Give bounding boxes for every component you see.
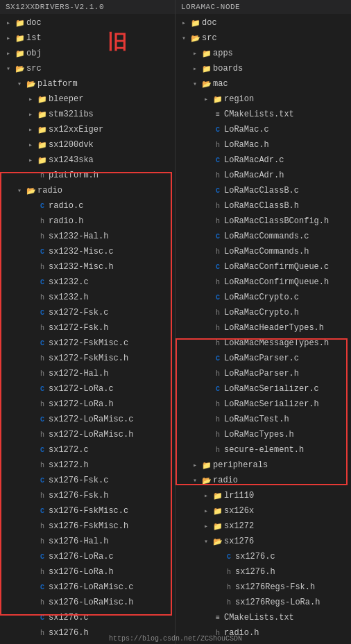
tree-item-r_loramacserializer_h[interactable]: h LoRaMacSerializer.h (176, 397, 351, 412)
item-label: sx1272 (224, 521, 348, 531)
tree-item-sx1243ska[interactable]: 📁 sx1243ska (0, 153, 175, 168)
tree-item-r_loramac_c[interactable]: C LoRaMac.c (176, 122, 351, 137)
tree-item-r_sx1276_h[interactable]: h sx1276.h (176, 564, 351, 580)
tree-item-r_loramacclassb_h[interactable]: h LoRaMacClassB.h (176, 198, 351, 214)
tree-item-doc[interactable]: 📁 doc (0, 15, 175, 31)
tree-item-r_apps[interactable]: 📁 apps (176, 46, 351, 61)
item-label: sx1272-Hal.h (49, 369, 172, 378)
tree-item-radio[interactable]: 📂 radio (0, 183, 175, 198)
tree-item-stm32libs[interactable]: 📁 stm32libs (0, 107, 175, 122)
tree-item-r_loramacadr_h[interactable]: h LoRaMacAdr.h (176, 168, 351, 183)
tree-item-sx1276fsk_c[interactable]: C sx1276-Fsk.c (0, 473, 175, 488)
tree-item-sx1276loramisc_h[interactable]: h sx1276-LoRaMisc.h (0, 595, 175, 610)
tree-item-r_sx126x[interactable]: 📁 sx126x (176, 503, 351, 519)
h-file-icon: h (212, 202, 224, 210)
item-label: stm32libs (49, 110, 172, 119)
chevron-icon (3, 49, 14, 58)
tree-item-sx1276fskmisc_c[interactable]: C sx1276-FskMisc.c (0, 503, 175, 519)
chevron-icon (200, 95, 212, 103)
tree-item-r_sx1276[interactable]: 📂 sx1276 (176, 534, 351, 549)
tree-item-obj[interactable]: 📁 obj (0, 46, 175, 61)
tree-item-sx1276lora_c[interactable]: C sx1276-LoRa.c (0, 549, 175, 564)
tree-item-sx1272_c[interactable]: C sx1272.c (0, 442, 175, 458)
tree-item-sx1272fskmisc_c[interactable]: C sx1272-FskMisc.c (0, 336, 175, 351)
h-file-icon: h (36, 294, 49, 302)
c-file-icon: C (36, 553, 49, 561)
tree-item-r_loramactest_h[interactable]: h LoRaMacTest.h (176, 412, 351, 427)
folder-blue-icon: 📂 (25, 80, 37, 89)
tree-item-r_loramaccommands_c[interactable]: C LoRaMacCommands.c (176, 229, 351, 244)
tree-item-bleeper[interactable]: 📁 bleeper (0, 92, 175, 107)
tree-item-lst[interactable]: 📁 lst (0, 31, 175, 46)
tree-item-sx1232hal_h[interactable]: h sx1232-Hal.h (0, 229, 175, 244)
tree-item-r_loramacparser_h[interactable]: h LoRaMacParser.h (176, 366, 351, 381)
tree-item-r_loramaccrypto_c[interactable]: C LoRaMacCrypto.c (176, 290, 351, 305)
h-file-icon: h (223, 599, 235, 607)
tree-item-r_doc[interactable]: 📁 doc (176, 15, 351, 31)
tree-item-sx1272fsk_c[interactable]: C sx1272-Fsk.c (0, 305, 175, 320)
item-label: LoRaMacSerializer.c (224, 384, 348, 394)
tree-item-sx1232misc_h[interactable]: h sx1232-Misc.h (0, 259, 175, 275)
tree-item-r_mac[interactable]: 📂 mac (176, 76, 351, 92)
item-label: sx1276Regs-Fsk.h (235, 582, 348, 592)
tree-item-sx1272fsk_h[interactable]: h sx1272-Fsk.h (0, 320, 175, 336)
tree-item-sx1276_c[interactable]: C sx1276.c (0, 610, 175, 625)
tree-item-sx12xxEiger[interactable]: 📁 sx12xxEiger (0, 122, 175, 137)
item-label: LoRaMacClassB.c (224, 186, 348, 195)
folder-icon: 📁 (36, 95, 49, 104)
tree-item-sx1232_c[interactable]: C sx1232.c (0, 275, 175, 290)
tree-item-sx1272hal_h[interactable]: h sx1272-Hal.h (0, 366, 175, 381)
tree-item-sx1272fskmisc_h[interactable]: h sx1272-FskMisc.h (0, 351, 175, 366)
tree-item-r_loramacclassb_c[interactable]: C LoRaMacClassB.c (176, 183, 351, 198)
tree-item-r_sx1276regs_lora_h[interactable]: h sx1276Regs-LoRa.h (176, 595, 351, 610)
tree-item-r_sx1276_c[interactable]: C sx1276.c (176, 549, 351, 564)
tree-item-sx1272loramisc_c[interactable]: C sx1272-LoRaMisc.c (0, 412, 175, 427)
tree-item-r_lr1110[interactable]: 📁 lr1110 (176, 488, 351, 503)
tree-item-sx1272lora_c[interactable]: C sx1272-LoRa.c (0, 381, 175, 397)
tree-item-r_loramacadr_c[interactable]: C LoRaMacAdr.c (176, 153, 351, 168)
tree-item-radio_c[interactable]: C radio.c (0, 198, 175, 214)
chevron-icon (189, 49, 200, 58)
item-label: boards (213, 64, 348, 73)
tree-item-sx1276loramisc_c[interactable]: C sx1276-LoRaMisc.c (0, 580, 175, 595)
tree-item-r_loramacserializer_c[interactable]: C LoRaMacSerializer.c (176, 381, 351, 397)
tree-item-src[interactable]: 📂 src (0, 61, 175, 76)
chevron-icon (25, 95, 36, 103)
tree-item-r_loramacparser_c[interactable]: C LoRaMacParser.c (176, 351, 351, 366)
tree-item-r_loramaccommands_h[interactable]: h LoRaMacCommands.h (176, 244, 351, 259)
tree-item-r_loramac_h[interactable]: h LoRaMac.h (176, 137, 351, 153)
tree-item-r_cmakelists[interactable]: ≡ CMakeLists.txt (176, 107, 351, 122)
tree-item-sx1232misc_c[interactable]: C sx1232-Misc.c (0, 244, 175, 259)
tree-item-r_loramacclassbconfig_h[interactable]: h LoRaMacClassBConfig.h (176, 214, 351, 229)
tree-item-platform[interactable]: 📂 platform (0, 76, 175, 92)
c-file-icon: C (212, 187, 224, 195)
tree-item-r_sx1276regs_fsk_h[interactable]: h sx1276Regs-Fsk.h (176, 580, 351, 595)
tree-item-sx1272lora_h[interactable]: h sx1272-LoRa.h (0, 397, 175, 412)
tree-item-sx1276fsk_h[interactable]: h sx1276-Fsk.h (0, 488, 175, 503)
tree-item-sx1272loramisc_h[interactable]: h sx1272-LoRaMisc.h (0, 427, 175, 442)
tree-item-r_loramacconfirmqueue_h[interactable]: h LoRaMacConfirmQueue.h (176, 275, 351, 290)
tree-item-r_region[interactable]: 📁 region (176, 92, 351, 107)
tree-item-sx1276fskmisc_h[interactable]: h sx1276-FskMisc.h (0, 519, 175, 534)
tree-item-r_src[interactable]: 📂 src (176, 31, 351, 46)
folder-icon: 📁 (200, 49, 213, 58)
tree-item-r_loramacmessagetypes_h[interactable]: h LoRaMacMessageTypes.h (176, 336, 351, 351)
tree-item-sx1232_h[interactable]: h sx1232.h (0, 290, 175, 305)
tree-item-radio_h[interactable]: h radio.h (0, 214, 175, 229)
tree-item-r_loramacheadertypes_h[interactable]: h LoRaMacHeaderTypes.h (176, 320, 351, 336)
tree-item-sx1272_h[interactable]: h sx1272.h (0, 458, 175, 473)
tree-item-r_secureelement_h[interactable]: h secure-element.h (176, 442, 351, 458)
tree-item-r_loramacconfirmqueue_c[interactable]: C LoRaMacConfirmQueue.c (176, 259, 351, 275)
tree-item-r_boards[interactable]: 📁 boards (176, 61, 351, 76)
tree-item-r_cmakelists2[interactable]: ≡ CMakeLists.txt (176, 610, 351, 625)
tree-item-platform_h[interactable]: h platform.h (0, 168, 175, 183)
tree-item-r_sx1272[interactable]: 📁 sx1272 (176, 519, 351, 534)
tree-item-sx1276hal_h[interactable]: h sx1276-Hal.h (0, 534, 175, 549)
tree-item-sx1276lora_h[interactable]: h sx1276-LoRa.h (0, 564, 175, 580)
tree-item-r_loramactypes_h[interactable]: h LoRaMacTypes.h (176, 427, 351, 442)
tree-item-sx1200dvk[interactable]: 📁 sx1200dvk (0, 137, 175, 153)
chevron-icon (3, 64, 14, 73)
tree-item-r_radio[interactable]: 📂 radio (176, 473, 351, 488)
tree-item-r_peripherals[interactable]: 📁 peripherals (176, 458, 351, 473)
tree-item-r_loramaccrypto_h[interactable]: h LoRaMacCrypto.h (176, 305, 351, 320)
